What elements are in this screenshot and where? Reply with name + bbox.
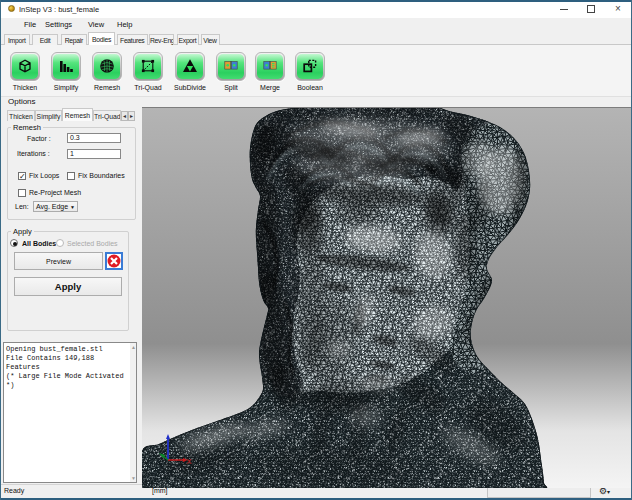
svg-text:X: X <box>187 457 192 466</box>
